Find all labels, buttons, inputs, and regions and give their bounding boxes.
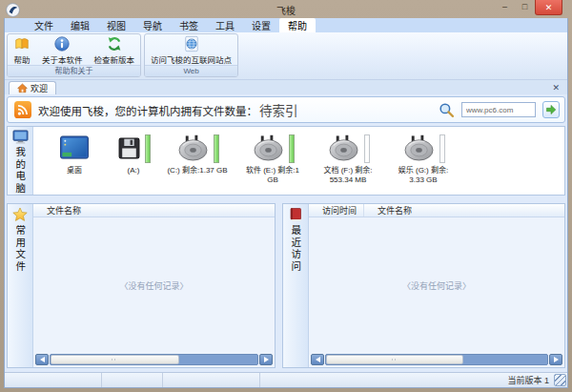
- app-window: 飞梭 – □ ✕ 文件 编辑 视图 导航 书签 工具 设置 帮助: [0, 0, 572, 392]
- scrollbar-track[interactable]: [325, 354, 548, 365]
- welcome-message-text: 欢迎使用飞梭，您的计算机内拥有文件数量：: [38, 106, 257, 117]
- drive-item-a[interactable]: (A:): [112, 133, 154, 175]
- go-button[interactable]: [542, 101, 560, 118]
- red-book-icon: [288, 207, 303, 222]
- hard-disk-icon: [327, 134, 360, 162]
- visit-site-button[interactable]: 访问飞梭的互联网站点: [145, 34, 237, 65]
- frequent-files-header: 文件名称: [33, 204, 275, 217]
- tab-tools[interactable]: 工具: [207, 18, 243, 32]
- maximize-button[interactable]: □: [515, 0, 535, 13]
- hard-disk-icon: [176, 134, 210, 162]
- drives-list: 桌面 (A:): [33, 127, 564, 195]
- rss-icon: [14, 101, 31, 118]
- drive-label: 桌面: [67, 166, 82, 175]
- tab-view[interactable]: 视图: [98, 18, 134, 32]
- close-button[interactable]: ✕: [535, 0, 562, 15]
- drive-label: 文档 (F:) 剩余: 553.34 MB: [317, 166, 379, 186]
- ribbon-group-help-about: 帮助 关于本软件: [7, 33, 141, 77]
- capacity-bar: [145, 134, 151, 163]
- capacity-bar: [289, 134, 295, 163]
- recent-files-label: 最近访问: [291, 225, 301, 273]
- green-arrow-icon: [545, 104, 557, 115]
- tab-help[interactable]: 帮助: [279, 18, 316, 32]
- status-segment: [5, 373, 102, 387]
- window-title: 飞梭: [4, 3, 568, 17]
- drive-label: 软件 (E:) 剩余:1 GB: [241, 166, 304, 186]
- scrollbar-thumb[interactable]: [326, 355, 463, 364]
- scrollbar-right-button[interactable]: [259, 354, 273, 365]
- tab-navigate[interactable]: 导航: [134, 18, 171, 32]
- capacity-bar: [214, 134, 219, 163]
- recent-files-sidebar: 最近访问: [283, 204, 309, 367]
- drive-item-c[interactable]: (C:) 剩余:1.37 GB: [165, 133, 230, 175]
- welcome-doc-tab[interactable]: 欢迎: [9, 81, 56, 94]
- welcome-message: 欢迎使用飞梭，您的计算机内拥有文件数量：待索引: [38, 100, 298, 119]
- arrow-right-icon: [264, 357, 269, 362]
- tab-settings[interactable]: 设置: [243, 18, 279, 32]
- hard-disk-icon: [402, 134, 436, 162]
- computer-icon: [12, 130, 29, 144]
- recent-files-header: 访问时间 文件名称: [309, 204, 564, 217]
- column-header-filename[interactable]: 文件名称: [364, 204, 412, 217]
- info-icon: [53, 35, 71, 52]
- book-icon: [13, 35, 31, 52]
- frequent-files-hscrollbar: [33, 353, 275, 367]
- check-update-button[interactable]: 检查新版本: [89, 34, 141, 65]
- check-update-label: 检查新版本: [94, 53, 135, 65]
- recent-files-panel: 最近访问 访问时间 文件名称 〈没有任何记录〉: [282, 203, 565, 368]
- star-icon: [12, 207, 28, 222]
- status-segment: [102, 373, 163, 387]
- ribbon: 帮助 关于本软件: [5, 32, 567, 80]
- frequent-files-label: 常用文件: [15, 225, 26, 273]
- close-doc-tab-icon[interactable]: ✕: [552, 83, 560, 93]
- scrollbar-left-button[interactable]: [311, 354, 324, 365]
- empty-records-text: 〈没有任何记录〉: [402, 279, 471, 292]
- column-header-access-time[interactable]: 访问时间: [309, 204, 364, 217]
- drive-item-desktop[interactable]: 桌面: [47, 133, 102, 175]
- about-label: 关于本软件: [42, 53, 83, 65]
- bottom-panels: 常用文件 文件名称 〈没有任何记录〉: [7, 203, 565, 368]
- tab-edit[interactable]: 编辑: [62, 18, 98, 32]
- search-icon[interactable]: [439, 102, 455, 118]
- window-controls: – □ ✕: [495, 0, 568, 18]
- desktop-icon: [58, 135, 91, 161]
- scrollbar-left-button[interactable]: [35, 354, 49, 365]
- drive-item-e[interactable]: 软件 (E:) 剩余:1 GB: [240, 133, 305, 186]
- globe-icon: [183, 35, 200, 52]
- my-computer-label: 我的电脑: [15, 147, 26, 195]
- recent-files-hscrollbar: [309, 353, 564, 367]
- drive-label: (A:): [128, 166, 140, 175]
- tab-bookmarks[interactable]: 书签: [171, 18, 207, 32]
- version-text: 当前版本 1: [502, 374, 554, 386]
- hard-disk-icon: [252, 134, 285, 162]
- tab-file[interactable]: 文件: [26, 18, 62, 32]
- scrollbar-track[interactable]: [50, 354, 258, 365]
- url-input[interactable]: [461, 102, 536, 117]
- ribbon-group-web: 访问飞梭的互联网站点 Web: [144, 33, 238, 77]
- frequent-files-body: 〈没有任何记录〉: [33, 217, 275, 353]
- resize-grip[interactable]: [554, 374, 566, 386]
- refresh-icon: [106, 35, 123, 52]
- scrollbar-right-button[interactable]: [549, 354, 562, 365]
- scrollbar-thumb[interactable]: [51, 355, 179, 364]
- capacity-bar: [364, 134, 370, 163]
- title-bar: 飞梭 – □ ✕: [4, 0, 568, 18]
- drive-item-g[interactable]: 娱乐 (G:) 剩余: 3.33 GB: [391, 133, 456, 186]
- help-button[interactable]: 帮助: [8, 34, 36, 65]
- capacity-bar: [439, 134, 445, 163]
- status-bar: 当前版本 1: [5, 372, 567, 387]
- arrow-left-icon: [40, 357, 45, 362]
- floppy-icon: [117, 136, 141, 160]
- visit-site-label: 访问飞梭的互联网站点: [151, 53, 232, 65]
- empty-records-text: 〈没有任何记录〉: [119, 279, 188, 292]
- arrow-right-icon: [554, 357, 559, 362]
- welcome-tab-label: 欢迎: [31, 82, 48, 94]
- welcome-banner: 欢迎使用飞梭，您的计算机内拥有文件数量：待索引: [7, 96, 565, 123]
- frequent-files-sidebar: 常用文件: [8, 204, 33, 367]
- about-button[interactable]: 关于本软件: [36, 34, 89, 65]
- drive-item-f[interactable]: 文档 (F:) 剩余: 553.34 MB: [316, 133, 380, 186]
- minimize-button[interactable]: –: [495, 0, 515, 13]
- arrow-left-icon: [316, 357, 320, 362]
- column-header-filename[interactable]: 文件名称: [33, 204, 81, 217]
- my-computer-panel: 我的电脑 桌面: [7, 126, 565, 196]
